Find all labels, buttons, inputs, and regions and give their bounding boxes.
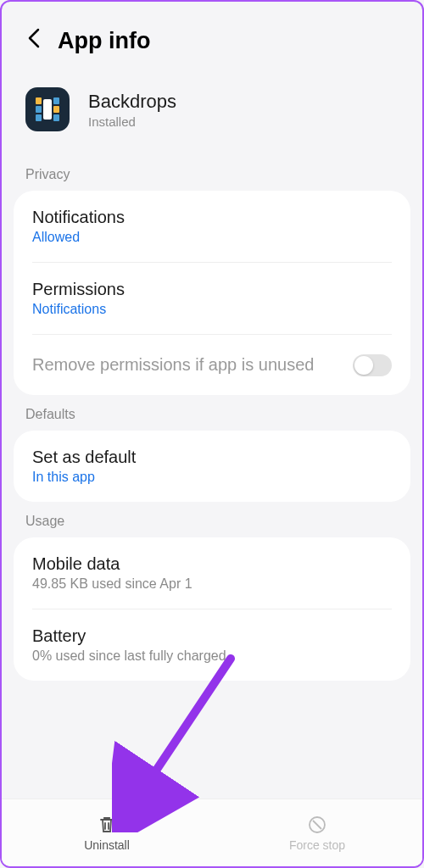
toggle-switch[interactable]: [353, 354, 392, 376]
app-name: Backdrops: [88, 91, 176, 113]
page-title: App info: [58, 28, 150, 54]
notifications-title: Notifications: [32, 208, 125, 227]
mobile-data-item[interactable]: Mobile data 49.85 KB used since Apr 1: [14, 537, 410, 609]
section-label-usage: Usage: [2, 502, 422, 537]
stop-icon: [307, 815, 327, 835]
notifications-value: Allowed: [32, 230, 125, 245]
toggle-thumb: [354, 356, 373, 375]
mobile-data-title: Mobile data: [32, 554, 192, 574]
force-stop-button[interactable]: Force stop: [212, 799, 422, 866]
remove-unused-item[interactable]: Remove permissions if app is unused: [14, 335, 410, 395]
set-default-value: In this app: [32, 470, 136, 485]
set-default-title: Set as default: [32, 448, 136, 467]
battery-value: 0% used since last fully charged: [32, 648, 226, 664]
section-label-defaults: Defaults: [2, 395, 422, 431]
trash-icon: [97, 815, 117, 835]
battery-title: Battery: [32, 626, 226, 646]
remove-unused-title: Remove permissions if app is unused: [32, 353, 353, 376]
battery-item[interactable]: Battery 0% used since last fully charged: [14, 609, 410, 681]
back-icon[interactable]: [25, 27, 42, 55]
set-default-item[interactable]: Set as default In this app: [14, 431, 410, 502]
permissions-value: Notifications: [32, 302, 125, 317]
uninstall-label: Uninstall: [84, 838, 130, 852]
app-header-row: Backdrops Installed: [2, 72, 422, 155]
force-stop-label: Force stop: [289, 838, 345, 852]
section-label-privacy: Privacy: [2, 155, 422, 191]
permissions-item[interactable]: Permissions Notifications: [14, 263, 410, 334]
notifications-item[interactable]: Notifications Allowed: [14, 191, 410, 262]
permissions-title: Permissions: [32, 280, 125, 299]
app-status: Installed: [88, 114, 176, 129]
uninstall-button[interactable]: Uninstall: [2, 799, 212, 866]
mobile-data-value: 49.85 KB used since Apr 1: [32, 576, 192, 592]
app-icon: [25, 87, 70, 131]
